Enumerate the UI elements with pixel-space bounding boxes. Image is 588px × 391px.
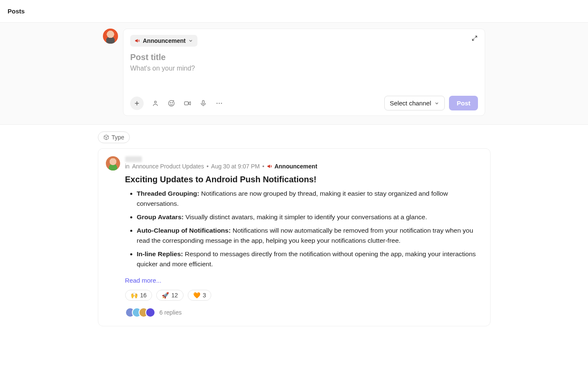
replies-row[interactable]: 6 replies [125,307,483,318]
post-button[interactable]: Post [449,96,478,110]
replies-count: 6 replies [160,309,182,316]
post-bullet: Group Avatars: Visually distinct avatars… [137,212,483,222]
composer-row: Announcement [103,29,485,116]
meta-sep: • [207,163,209,170]
post-bullet: Auto-Cleanup of Notifications: Notificat… [137,226,483,246]
post-card: in Announce Product Updates • Aug 30 at … [98,148,491,326]
microphone-icon[interactable] [199,99,207,108]
composer-section: Announcement [0,23,588,125]
author-avatar [106,156,120,171]
toolbar-right: Select channel Post [384,96,478,110]
megaphone-icon [267,163,273,169]
svg-point-2 [155,101,157,103]
replies-avatar-stack [125,307,155,318]
post-tag-label: Announcement [274,163,317,170]
post-bullet: Threaded Grouping: Notifications are now… [137,189,483,209]
bullet-heading: In-line Replies: [137,250,183,257]
bullet-heading: Threaded Grouping: [137,190,200,197]
post-bullet: In-line Replies: Respond to messages dir… [137,249,483,269]
bullet-heading: Auto-Cleanup of Notifications: [137,227,231,234]
reactions-row: 🙌 16 🚀 12 🧡 3 [125,290,483,301]
filter-row: Type [98,131,491,143]
emoji-icon[interactable] [167,99,176,108]
svg-point-9 [216,102,218,104]
reaction-pill[interactable]: 🚀 12 [156,290,184,301]
reaction-emoji: 🙌 [131,292,138,299]
post-timestamp: Aug 30 at 9:07 PM [211,163,260,170]
in-label: in [125,163,130,170]
post-tag: Announcement [267,163,317,170]
author-name-blurred [125,156,142,162]
chevron-down-icon [434,101,439,106]
mention-icon[interactable] [151,99,160,108]
add-attachment-button[interactable] [130,97,144,110]
reaction-count: 12 [171,292,178,299]
type-filter-label: Type [112,134,124,141]
post-title-input[interactable] [130,52,478,62]
reaction-emoji: 🧡 [193,292,200,299]
read-more-link[interactable]: Read more... [125,277,162,284]
reaction-pill[interactable]: 🧡 3 [188,290,212,301]
svg-rect-8 [202,100,205,104]
post-body: in Announce Product Updates • Aug 30 at … [125,156,483,318]
svg-point-10 [219,102,220,104]
select-channel-label: Select channel [390,100,431,107]
composer-toolbar: Select channel Post [130,96,478,110]
post-title: Exciting Updates to Android Push Notific… [125,175,483,184]
bullet-heading: Group Avatars: [137,213,184,220]
current-user-avatar [103,29,118,44]
type-filter[interactable]: Type [98,131,130,143]
feed: in Announce Product Updates • Aug 30 at … [98,148,491,326]
expand-icon[interactable] [471,35,478,42]
svg-rect-6 [184,102,188,105]
post-content: Threaded Grouping: Notifications are now… [125,189,483,269]
page-header: Posts [0,0,588,23]
megaphone-icon [134,38,140,44]
composer-card: Announcement [123,29,485,116]
cube-icon [103,134,109,140]
post-channel-link[interactable]: Announce Product Updates [132,163,204,170]
avatar [145,307,155,318]
svg-point-11 [221,102,222,104]
svg-marker-7 [189,102,191,105]
select-channel-dropdown[interactable]: Select channel [384,96,445,110]
reaction-emoji: 🚀 [162,292,169,299]
post-meta: in Announce Product Updates • Aug 30 at … [125,156,483,170]
post-tag-label: Announcement [143,37,186,44]
chevron-down-icon [188,38,193,43]
svg-point-5 [172,102,173,103]
reaction-count: 16 [140,292,147,299]
post-tag-selector[interactable]: Announcement [130,35,197,47]
video-icon[interactable] [183,99,192,108]
more-icon[interactable] [215,99,223,108]
bullet-text: Respond to messages directly from the no… [137,250,476,268]
svg-point-3 [168,100,174,106]
page-title: Posts [8,8,580,15]
toolbar-left [130,97,223,110]
reaction-count: 3 [203,292,206,299]
post-body-input[interactable] [130,65,478,72]
svg-point-4 [170,102,171,103]
bullet-text: Visually distinct avatars, making it sim… [184,213,427,220]
meta-sep: • [262,163,265,170]
reaction-pill[interactable]: 🙌 16 [125,290,152,301]
post-meta-line: in Announce Product Updates • Aug 30 at … [125,163,483,170]
